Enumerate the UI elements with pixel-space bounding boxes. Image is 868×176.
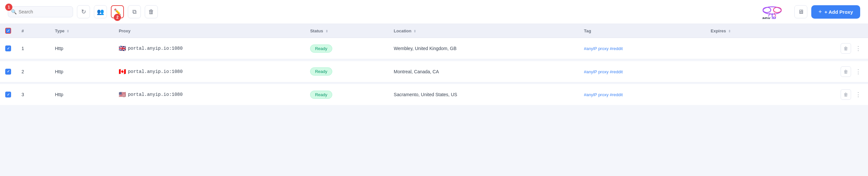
row-location-1: Montreal, Canada, CA	[389, 61, 579, 82]
row-location-0: Wembley, United Kingdom, GB	[389, 38, 579, 59]
header-status[interactable]: Status ⇕	[305, 24, 389, 38]
edit-button[interactable]: ✏️ 2	[111, 5, 124, 18]
status-badge-0: Ready	[310, 45, 332, 53]
row-checkbox-1[interactable]	[5, 69, 11, 75]
table-row: 1 Http 🇬🇧 portal.anyip.io:1080 Ready Wem…	[0, 38, 868, 59]
tag-link-0[interactable]: #anyIP proxy #reddit	[584, 46, 623, 51]
row-delete-button-1[interactable]: 🗑	[841, 67, 851, 77]
row-more-button-0[interactable]: ⋮	[854, 44, 863, 53]
header-tag: Tag	[579, 24, 706, 38]
row-checkbox-0[interactable]	[5, 46, 11, 51]
table-wrapper: # Type ⇕ Proxy Status ⇕ Location ⇕	[0, 24, 868, 176]
row-actions-0: 🗑 ⋮	[784, 38, 868, 59]
row-number-1: 2	[16, 61, 50, 82]
proxy-address-0[interactable]: portal.anyip.io:1080	[128, 46, 183, 51]
row-actions-2: 🗑 ⋮	[784, 84, 868, 105]
delete-icon: 🗑	[148, 8, 154, 16]
copy-button[interactable]: ⧉	[128, 5, 141, 18]
search-input[interactable]	[8, 6, 73, 17]
row-status-0: Ready	[305, 38, 389, 59]
more-icon-1: ⋮	[855, 68, 861, 75]
row-status-2: Ready	[305, 84, 389, 105]
add-proxy-button[interactable]: + + Add Proxy	[811, 5, 860, 19]
proxy-table: # Type ⇕ Proxy Status ⇕ Location ⇕	[0, 24, 868, 105]
row-more-button-1[interactable]: ⋮	[854, 67, 863, 76]
select-all-checkbox[interactable]	[5, 28, 11, 34]
table-row: 2 Http 🇨🇦 portal.anyip.io:1080 Ready Mon…	[0, 61, 868, 82]
flag-icon-1: 🇨🇦	[119, 68, 126, 75]
badge-1: 1	[5, 4, 12, 11]
tag-link-1[interactable]: #anyIP proxy #reddit	[584, 69, 623, 74]
tag-link-2[interactable]: #anyIP proxy #reddit	[584, 92, 623, 97]
svg-text:any: any	[762, 16, 771, 19]
row-checkbox-2[interactable]	[5, 92, 11, 98]
row-tags-1[interactable]: #anyIP proxy #reddit	[579, 61, 706, 82]
location-sort-icon: ⇕	[413, 29, 416, 33]
svg-text:IP: IP	[772, 16, 776, 19]
svg-point-2	[773, 7, 781, 12]
delete-button[interactable]: 🗑	[145, 5, 158, 18]
row-number-2: 3	[16, 84, 50, 105]
status-badge-2: Ready	[310, 91, 332, 99]
expires-sort-icon: ⇕	[728, 29, 731, 33]
row-location-2: Sacramento, United States, US	[389, 84, 579, 105]
row-checkbox-cell-1[interactable]	[0, 61, 16, 82]
refresh-icon: ↻	[81, 8, 86, 16]
monitor-button[interactable]: 🖥	[794, 5, 807, 18]
row-number-0: 1	[16, 38, 50, 59]
row-expires-0	[706, 38, 784, 59]
plus-icon: +	[818, 8, 822, 16]
add-proxy-label: + Add Proxy	[825, 9, 853, 15]
row-checkbox-cell-2[interactable]	[0, 84, 16, 105]
accounts-icon: 👥	[97, 8, 104, 16]
row-tags-0[interactable]: #anyIP proxy #reddit	[579, 38, 706, 59]
type-sort-icon: ⇕	[66, 29, 69, 33]
more-icon-0: ⋮	[855, 45, 861, 52]
badge-2: 2	[114, 14, 121, 21]
row-status-1: Ready	[305, 61, 389, 82]
table-row: 3 Http 🇺🇸 portal.anyip.io:1080 Ready Sac…	[0, 84, 868, 105]
flag-icon-0: 🇬🇧	[119, 45, 126, 52]
copy-icon: ⧉	[132, 8, 136, 16]
row-delete-button-2[interactable]: 🗑	[841, 89, 851, 100]
row-proxy-2: 🇺🇸 portal.anyip.io:1080	[114, 84, 305, 105]
proxy-address-1[interactable]: portal.anyip.io:1080	[128, 69, 183, 74]
row-delete-button-0[interactable]: 🗑	[841, 43, 851, 54]
row-expires-2	[706, 84, 784, 105]
row-proxy-0: 🇬🇧 portal.anyip.io:1080	[114, 38, 305, 59]
brand-logo: any IP	[759, 5, 785, 19]
trash-icon-1: 🗑	[843, 69, 848, 74]
flag-icon-2: 🇺🇸	[119, 91, 126, 98]
header-number: #	[16, 24, 50, 38]
row-more-button-2[interactable]: ⋮	[854, 90, 863, 99]
trash-icon-0: 🗑	[843, 46, 848, 51]
header-checkbox-cell[interactable]	[0, 24, 16, 38]
row-expires-1	[706, 61, 784, 82]
refresh-button[interactable]: ↻	[77, 5, 90, 18]
logo-svg: any IP	[759, 5, 785, 19]
row-type-1: Http	[50, 61, 114, 82]
status-sort-icon: ⇕	[326, 29, 328, 33]
row-type-2: Http	[50, 84, 114, 105]
proxy-address-2[interactable]: portal.anyip.io:1080	[128, 92, 183, 97]
row-actions-1: 🗑 ⋮	[784, 61, 868, 82]
row-proxy-1: 🇨🇦 portal.anyip.io:1080	[114, 61, 305, 82]
trash-icon-2: 🗑	[843, 92, 848, 97]
row-tags-2[interactable]: #anyIP proxy #reddit	[579, 84, 706, 105]
toolbar: 1 🔍 ↻ 👥 ✏️ 2 ⧉ 🗑 any	[0, 0, 868, 24]
row-checkbox-cell-0[interactable]	[0, 38, 16, 59]
svg-point-1	[763, 7, 771, 12]
header-actions	[784, 24, 868, 38]
header-type[interactable]: Type ⇕	[50, 24, 114, 38]
table-header: # Type ⇕ Proxy Status ⇕ Location ⇕	[0, 24, 868, 38]
header-location[interactable]: Location ⇕	[389, 24, 579, 38]
header-proxy: Proxy	[114, 24, 305, 38]
search-icon: 🔍	[11, 9, 17, 15]
header-expires[interactable]: Expires ⇕	[706, 24, 784, 38]
svg-point-0	[763, 7, 781, 14]
table-body: 1 Http 🇬🇧 portal.anyip.io:1080 Ready Wem…	[0, 38, 868, 105]
row-type-0: Http	[50, 38, 114, 59]
accounts-button[interactable]: 👥	[94, 5, 107, 18]
more-icon-2: ⋮	[855, 91, 861, 98]
monitor-icon: 🖥	[798, 8, 804, 16]
